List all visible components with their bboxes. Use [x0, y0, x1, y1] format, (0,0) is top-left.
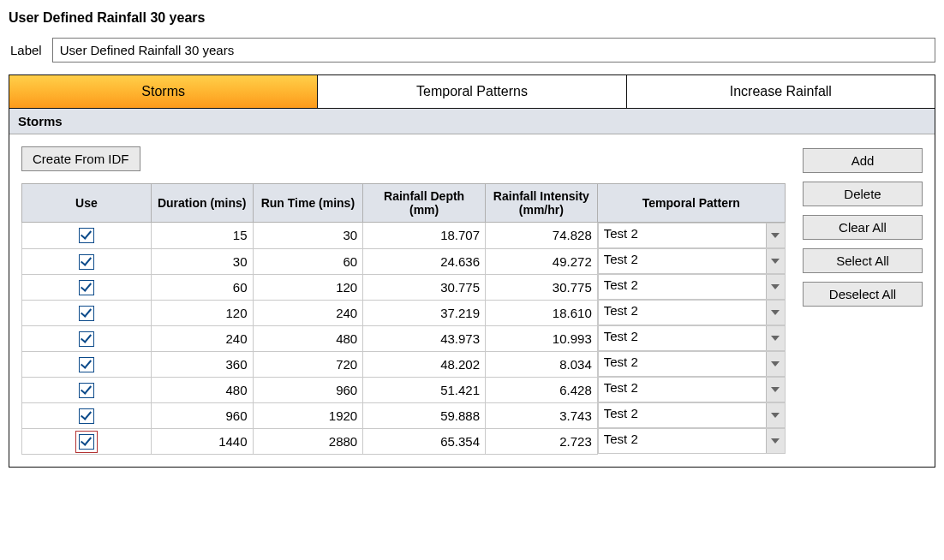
intensity-cell[interactable]: 10.993 [486, 325, 598, 351]
chevron-down-icon[interactable] [766, 326, 785, 350]
runtime-cell[interactable]: 1920 [253, 402, 363, 428]
intensity-cell[interactable]: 30.775 [486, 274, 598, 300]
runtime-cell[interactable]: 2880 [253, 428, 363, 454]
intensity-cell[interactable]: 8.034 [486, 351, 598, 377]
duration-cell[interactable]: 960 [151, 402, 253, 428]
chevron-down-icon[interactable] [766, 378, 785, 402]
use-cell[interactable] [22, 428, 152, 454]
chevron-down-icon[interactable] [766, 301, 785, 325]
temporal-pattern-cell[interactable]: Test 2 [598, 351, 786, 377]
temporal-pattern-cell[interactable]: Test 2 [598, 402, 786, 428]
use-cell[interactable] [22, 248, 152, 274]
runtime-cell[interactable]: 60 [253, 248, 363, 274]
use-cell[interactable] [22, 223, 152, 249]
use-cell[interactable] [22, 300, 152, 325]
use-checkbox[interactable] [79, 357, 94, 372]
use-checkbox[interactable] [79, 280, 94, 295]
runtime-cell[interactable]: 30 [253, 223, 363, 249]
table-row[interactable]: 306024.63649.272Test 2 [22, 248, 786, 274]
table-row[interactable]: 6012030.77530.775Test 2 [22, 274, 786, 300]
clear-all-button[interactable]: Clear All [803, 215, 923, 240]
deselect-all-button[interactable]: Deselect All [803, 282, 923, 307]
tab-temporal-patterns[interactable]: Temporal Patterns [317, 75, 625, 108]
chevron-down-icon[interactable] [766, 352, 785, 376]
chevron-down-icon[interactable] [766, 223, 785, 247]
temporal-pattern-cell[interactable]: Test 2 [598, 377, 786, 402]
delete-button[interactable]: Delete [803, 182, 923, 206]
temporal-pattern-cell[interactable]: Test 2 [598, 274, 786, 300]
create-from-idf-button[interactable]: Create From IDF [21, 146, 140, 171]
col-runtime: Run Time (mins) [253, 184, 363, 223]
intensity-cell[interactable]: 6.428 [486, 377, 598, 402]
temporal-pattern-cell[interactable]: Test 2 [598, 325, 786, 351]
temporal-pattern-cell[interactable]: Test 2 [598, 428, 786, 454]
chevron-down-icon[interactable] [766, 249, 785, 273]
use-checkbox[interactable] [79, 408, 94, 424]
duration-cell[interactable]: 30 [151, 248, 253, 274]
intensity-cell[interactable]: 3.743 [486, 402, 598, 428]
runtime-cell[interactable]: 720 [253, 351, 363, 377]
col-pattern: Temporal Pattern [597, 184, 785, 223]
tab-increase-rainfall[interactable]: Increase Rainfall [626, 75, 935, 108]
depth-cell[interactable]: 51.421 [363, 377, 486, 402]
use-checkbox[interactable] [79, 331, 94, 347]
table-row[interactable]: 960192059.8883.743Test 2 [22, 402, 786, 428]
depth-cell[interactable]: 37.219 [363, 300, 486, 325]
duration-cell[interactable]: 15 [151, 223, 253, 249]
table-row[interactable]: 24048043.97310.993Test 2 [22, 325, 786, 351]
table-row[interactable]: 48096051.4216.428Test 2 [22, 377, 786, 402]
panel-body: Create From IDF Use Duration (mins) Run … [9, 134, 935, 467]
temporal-pattern-cell[interactable]: Test 2 [598, 300, 786, 325]
table-row[interactable]: 12024037.21918.610Test 2 [22, 300, 786, 325]
page-title: User Defined Rainfall 30 years [9, 10, 935, 26]
add-button[interactable]: Add [803, 148, 923, 173]
temporal-pattern-cell[interactable]: Test 2 [598, 248, 786, 274]
duration-cell[interactable]: 480 [151, 377, 253, 402]
depth-cell[interactable]: 30.775 [363, 274, 486, 300]
duration-cell[interactable]: 240 [151, 325, 253, 351]
tab-storms[interactable]: Storms [9, 75, 317, 108]
depth-cell[interactable]: 59.888 [363, 402, 486, 428]
use-checkbox[interactable] [79, 383, 94, 398]
duration-cell[interactable]: 60 [151, 274, 253, 300]
use-cell[interactable] [22, 377, 152, 402]
col-use: Use [22, 184, 152, 223]
depth-cell[interactable]: 24.636 [363, 248, 486, 274]
dialog-root: User Defined Rainfall 30 years Label Sto… [0, 0, 944, 560]
intensity-cell[interactable]: 18.610 [486, 300, 598, 325]
runtime-cell[interactable]: 480 [253, 325, 363, 351]
depth-cell[interactable]: 18.707 [363, 223, 486, 249]
intensity-cell[interactable]: 74.828 [486, 223, 598, 249]
use-cell[interactable] [22, 351, 152, 377]
duration-cell[interactable]: 120 [151, 300, 253, 325]
use-checkbox[interactable] [79, 228, 94, 243]
col-duration: Duration (mins) [151, 184, 253, 223]
label-caption: Label [9, 43, 42, 57]
runtime-cell[interactable]: 960 [253, 377, 363, 402]
intensity-cell[interactable]: 49.272 [486, 248, 598, 274]
duration-cell[interactable]: 1440 [151, 428, 253, 454]
temporal-pattern-value: Test 2 [599, 223, 766, 247]
table-row[interactable]: 36072048.2028.034Test 2 [22, 351, 786, 377]
runtime-cell[interactable]: 120 [253, 274, 363, 300]
depth-cell[interactable]: 48.202 [363, 351, 486, 377]
depth-cell[interactable]: 43.973 [363, 325, 486, 351]
use-checkbox[interactable] [79, 306, 94, 321]
duration-cell[interactable]: 360 [151, 351, 253, 377]
label-input[interactable] [52, 38, 935, 63]
chevron-down-icon[interactable] [766, 275, 785, 299]
intensity-cell[interactable]: 2.723 [486, 428, 598, 454]
table-row[interactable]: 153018.70774.828Test 2 [22, 223, 786, 249]
table-row[interactable]: 1440288065.3542.723Test 2 [22, 428, 786, 454]
use-cell[interactable] [22, 402, 152, 428]
use-cell[interactable] [22, 274, 152, 300]
temporal-pattern-cell[interactable]: Test 2 [598, 223, 786, 248]
depth-cell[interactable]: 65.354 [363, 428, 486, 454]
use-cell[interactable] [22, 325, 152, 351]
use-checkbox[interactable] [79, 254, 94, 270]
select-all-button[interactable]: Select All [803, 248, 923, 273]
chevron-down-icon[interactable] [766, 429, 785, 453]
runtime-cell[interactable]: 240 [253, 300, 363, 325]
use-checkbox[interactable] [79, 434, 94, 450]
chevron-down-icon[interactable] [766, 403, 785, 427]
